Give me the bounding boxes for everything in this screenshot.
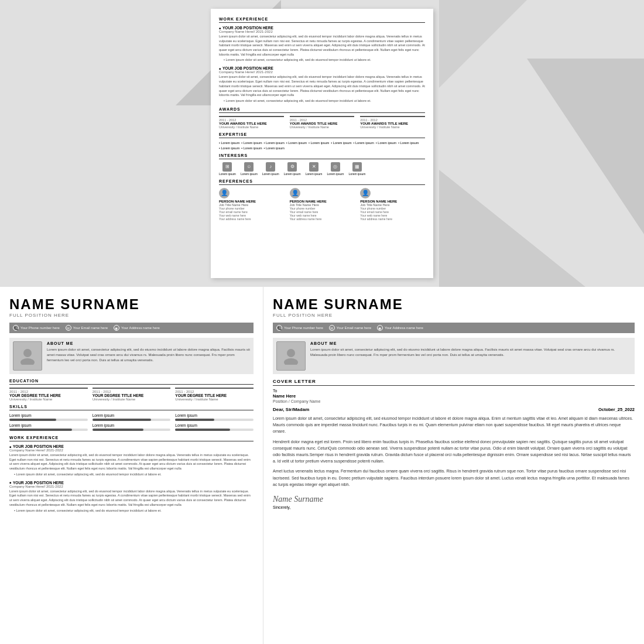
left-work-title: WORK EXPERIENCE [9, 436, 254, 441]
ref2-address: Your address name here [290, 217, 355, 221]
interest-label-3: Lorem ipsum [262, 172, 279, 176]
resume-right: NAME SURNAME FULL POSITION HERE 📞 Your P… [263, 287, 644, 644]
right-about-section: ABOUT ME Lorem ipsum dolor sit amet, con… [273, 338, 635, 374]
left-phone-label: Your Phone number here [20, 326, 60, 330]
svg-point-1 [20, 358, 35, 365]
skill4-name: Lorem ipsum [9, 423, 88, 427]
right-phone-icon: 📞 [276, 325, 282, 331]
right-phone-label: Your Phone number here [284, 326, 323, 330]
svg-point-0 [23, 349, 32, 357]
left-email-label: Your Email name here [73, 326, 108, 330]
left-address-contact: ◉ Your Address name here [114, 325, 160, 331]
expertise-item: Lorem ipsum [354, 141, 374, 145]
skill2-fill [93, 419, 151, 421]
ref1-avatar [219, 188, 229, 198]
left-about-section: ABOUT ME Lorem ipsum dolor sit amet, con… [9, 338, 254, 374]
expertise-item: Lorem ipsum [264, 141, 285, 145]
ref1-address: Your address name here [219, 217, 284, 221]
left-skills-grid: Lorem ipsum Lorem ipsum Lorem ipsum Lore… [9, 413, 254, 431]
expertise-title: EXPERTISE [219, 132, 425, 138]
job2-bullet: Lorem ipsum dolor sit amet, consectetur … [224, 99, 425, 102]
left-name: NAME SURNAME [9, 297, 254, 311]
awards-title-preview: AWARDS [219, 107, 425, 113]
phone-icon: 📞 [13, 325, 19, 331]
interest-label-5: Lorem ipsum [306, 172, 323, 176]
right-address-icon: ◉ [377, 325, 383, 331]
right-name: NAME SURNAME [273, 297, 635, 311]
left-job1-company: Company Name Here// 2021-2022 [9, 448, 254, 452]
job-block-2: YOUR JOB POSITION HERE Company Name Here… [219, 66, 425, 102]
cover-letter-title: COVER LETTER [273, 379, 635, 386]
expertise-item: Lorem ipsum [219, 146, 239, 150]
ref3-avatar [360, 188, 371, 198]
interest-icon-5: ✕ [309, 162, 318, 172]
award2-inst: Univeresity / Institute Name [290, 125, 355, 129]
left-job-1: YOUR JOB POSITION HERE Company Name Here… [9, 444, 254, 476]
job2-desc: Lorem ipsum dolor sit amet, consectetur … [219, 75, 425, 97]
references-title: REFERENCES [219, 179, 425, 185]
interest-item: ☺ Lorem ipsum [241, 162, 258, 176]
job1-desc: Lorem ipsum dolor sit amet, consectetur … [219, 35, 425, 57]
edu2-title: YOUR DEGREE TITLE HERE [93, 393, 171, 398]
right-about-content: ABOUT ME Lorem ipsum dolor sit amet, con… [310, 341, 631, 371]
geo-shape-2 [439, 170, 585, 287]
right-email-icon: ✉ [329, 325, 335, 331]
right-position: FULL POSITION HERE [273, 313, 635, 318]
right-about-title: ABOUT ME [310, 341, 631, 345]
left-position: FULL POSITION HERE [9, 313, 254, 318]
left-job2-bullet: Lorem ipsum dolor sit amet, consectetur … [14, 509, 254, 512]
skill-6: Lorem ipsum [175, 423, 254, 431]
expertise-item: Lorem ipsum [309, 141, 329, 145]
left-education-row: 2011 - 2012 YOUR DEGREE TITLE HERE Unive… [9, 388, 254, 401]
left-address-label: Your Address name here [121, 326, 160, 330]
svg-point-2 [287, 349, 295, 357]
cover-signature: Name Surname [273, 495, 635, 504]
skill5-bar [93, 429, 171, 431]
expertise-item: Lorem ipsum [219, 141, 239, 145]
left-email-contact: ✉ Your Email name here [66, 325, 108, 331]
ref-3: PERSON NAME HERE Job Title Name Here You… [360, 188, 425, 221]
expertise-item: Lorem ipsum [241, 141, 262, 145]
right-about-photo [276, 341, 306, 371]
edu1-inst: Univeresity / Institute Name [9, 398, 88, 401]
interest-label-4: Lorem ipsum [284, 172, 301, 176]
cover-letter-section: COVER LETTER To Name Here Position / Com… [273, 379, 635, 509]
interest-item: ◎ Lorem ipsum [327, 162, 344, 176]
left-job1-title: YOUR JOB POSITION HERE [9, 444, 254, 448]
interest-label-7: Lorem ipsum [348, 172, 365, 176]
svg-point-3 [284, 358, 298, 365]
cover-salutation: Dear, Sir/Madam [273, 407, 309, 412]
award1-inst: Univeresity / Institute Name [219, 125, 284, 129]
skill6-bar [175, 429, 254, 431]
skill1-name: Lorem ipsum [9, 413, 88, 417]
edu-2: 2011 - 2012 YOUR DEGREE TITLE HERE Unive… [93, 388, 171, 401]
references-row: PERSON NAME HERE Job Title Name Here You… [219, 188, 425, 221]
skill1-bar [9, 419, 88, 421]
edu-1: 2011 - 2012 YOUR DEGREE TITLE HERE Unive… [9, 388, 88, 401]
left-about-text: Lorem ipsum dolor sit amet, consectetur … [47, 347, 250, 363]
interests-title: INTERESRS [219, 153, 425, 159]
job2-company: Company Name Here// 2021-2022 [219, 70, 425, 74]
geo-shape-4 [439, 0, 527, 88]
left-about-content: ABOUT ME Lorem ipsum dolor sit amet, con… [47, 341, 250, 371]
expertise-item: Lorem ipsum [376, 141, 396, 145]
right-phone-contact: 📞 Your Phone number here [276, 325, 323, 331]
left-skills-title: SKILLS [9, 405, 254, 410]
right-address-contact: ◉ Your Address name here [377, 325, 423, 331]
skill3-name: Lorem ipsum [175, 413, 254, 417]
work-experience-title-preview: WORK EXPERIENCE [219, 17, 425, 23]
right-contact-bar: 📞 Your Phone number here ✉ Your Email na… [273, 323, 635, 333]
awards-row: 2011 - 2012 YOUR AWARDS TITLE HERE Unive… [219, 116, 425, 129]
interest-item: ⚙ Lorem ipsum [284, 162, 301, 176]
expertise-item: Lorem ipsum [331, 141, 351, 145]
interest-item: ▦ Lorem ipsum [348, 162, 365, 176]
interest-label-6: Lorem ipsum [327, 172, 344, 176]
interest-icon-3: ♪ [266, 162, 275, 172]
skill6-fill [175, 429, 230, 431]
skill6-name: Lorem ipsum [175, 423, 254, 427]
skill1-fill [9, 419, 56, 421]
email-icon: ✉ [66, 325, 71, 331]
award-1: 2011 - 2012 YOUR AWARDS TITLE HERE Unive… [219, 116, 284, 129]
skill4-fill [9, 429, 72, 431]
interest-label-1: Lorem ipsum [219, 172, 236, 176]
